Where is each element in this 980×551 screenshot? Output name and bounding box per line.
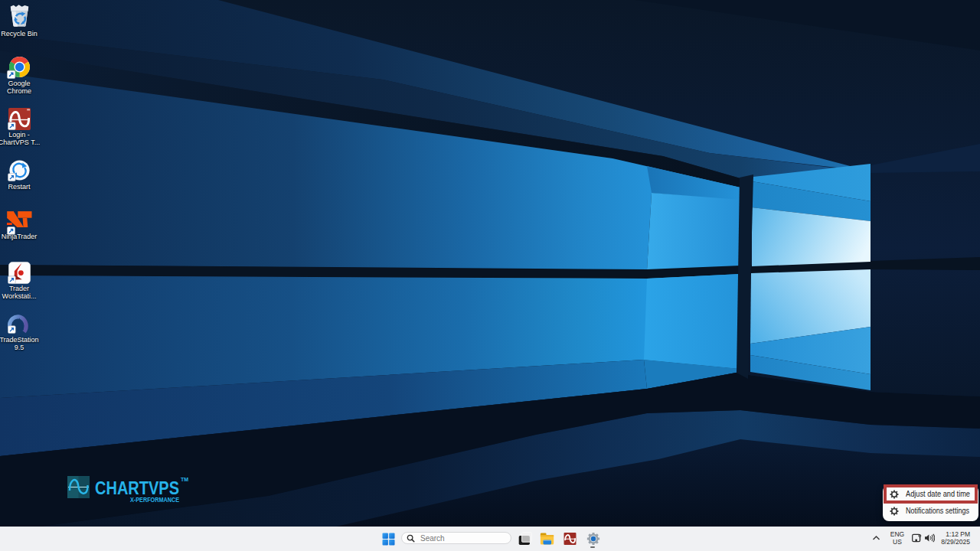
svg-text:X-PERFORMANCE: X-PERFORMANCE xyxy=(130,496,179,504)
svg-text:CHARTVPS: CHARTVPS xyxy=(95,478,179,498)
svg-text:TM: TM xyxy=(181,477,188,482)
svg-text:Notifications settings: Notifications settings xyxy=(906,506,969,515)
svg-text:Adjust date and time: Adjust date and time xyxy=(906,489,970,498)
